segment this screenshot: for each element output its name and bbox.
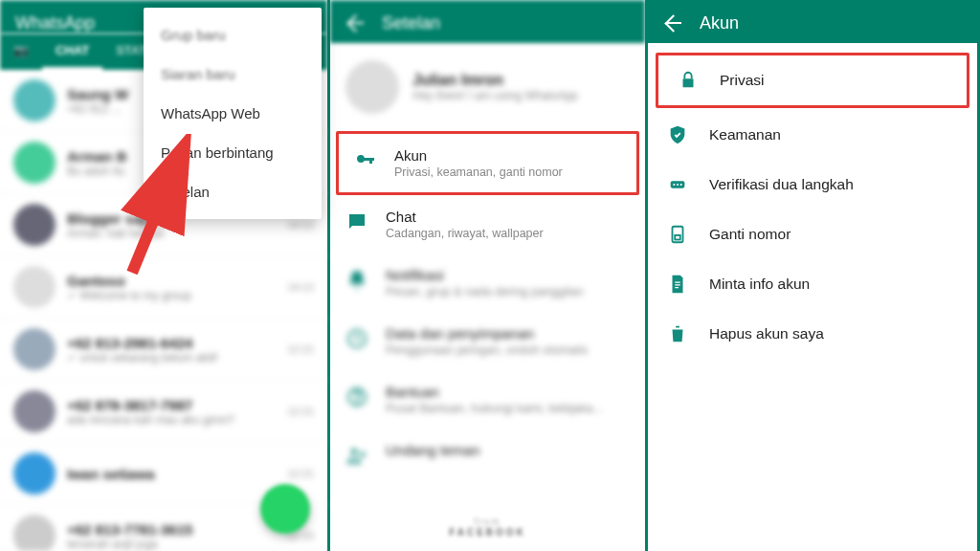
account-item-label: Privasi	[720, 72, 765, 89]
avatar	[13, 452, 56, 495]
settings-item-title: Undang teman	[386, 442, 479, 458]
overflow-menu: Grup baru Siaran baru WhatsApp Web Pesan…	[144, 8, 322, 219]
chat-name: +62 813-7781-3615	[67, 521, 276, 538]
settings-title: Setelan	[382, 13, 440, 33]
svg-point-3	[356, 401, 358, 403]
bell-icon	[345, 269, 368, 292]
avatar	[13, 142, 56, 184]
footer: from FACEBOOK	[330, 509, 645, 551]
profile-name: Julian Imron	[412, 72, 578, 89]
sim-icon	[667, 224, 688, 245]
tab-camera[interactable]: 📷	[0, 33, 42, 70]
chat-preview: Arman: hati hati ya	[67, 227, 276, 240]
account-screen: Akun Privasi Keamanan Verifikasi dua lan…	[648, 0, 980, 551]
data-icon	[345, 327, 368, 350]
account-item-hapus-akun-saya[interactable]: Hapus akun saya	[648, 309, 977, 359]
footer-facebook: FACEBOOK	[330, 527, 645, 538]
chat-row[interactable]: Gantoso ✓ Welcome to my group 14:12	[0, 256, 327, 319]
trash-icon	[667, 323, 688, 344]
svg-rect-11	[675, 235, 680, 240]
settings-item-akun[interactable]: Akun Privasi, keamanan, ganti nomor	[339, 134, 636, 192]
account-item-label: Hapus akun saya	[709, 325, 824, 342]
chat-screen: WhatsApp 📷 CHAT STATUS Saung W +62 812 .…	[0, 0, 330, 551]
settings-item-undang-teman[interactable]: Undang teman	[330, 429, 645, 480]
avatar	[13, 328, 56, 370]
chat-time: 12:21	[287, 343, 314, 355]
settings-item-title: Data dan penyimpanan	[386, 325, 588, 342]
settings-item-subtitle: Pusat Bantuan, hubungi kami, kebijaka...	[386, 402, 603, 415]
settings-item-notifikasi[interactable]: Notifikasi Pesan, grup & nada dering pan…	[330, 253, 645, 312]
chat-time: 12:21	[287, 406, 314, 417]
settings-item-subtitle: Privasi, keamanan, ganti nomor	[394, 165, 563, 179]
chat-name: Gantoso	[67, 273, 276, 289]
settings-item-title: Akun	[394, 147, 563, 164]
new-chat-fab[interactable]	[260, 484, 310, 534]
settings-item-subtitle: Penggunaan jaringan, unduh otomatis	[386, 343, 588, 357]
account-item-label: Verifikasi dua langkah	[709, 176, 854, 193]
avatar	[13, 515, 56, 551]
svg-point-9	[680, 184, 682, 186]
settings-item-data-dan-penyimpanan[interactable]: Data dan penyimpanan Penggunaan jaringan…	[330, 312, 645, 370]
key-icon	[354, 149, 377, 172]
account-item-privasi[interactable]: Privasi	[658, 55, 928, 105]
settings-item-title: Bantuan	[386, 384, 603, 400]
account-item-label: Minta info akun	[709, 276, 810, 293]
chat-icon	[345, 210, 368, 233]
chat-name: +62 813-2981-6424	[67, 335, 276, 351]
avatar	[13, 390, 56, 432]
profile-row[interactable]: Julian Imron Hey there! I am using Whats…	[330, 43, 645, 131]
account-list: Privasi Keamanan Verifikasi dua langkah …	[648, 43, 977, 359]
account-item-label: Keamanan	[709, 126, 781, 143]
lock-icon	[678, 70, 699, 91]
avatar	[13, 79, 56, 121]
footer-from: from	[330, 517, 645, 527]
settings-header: Setelan	[330, 0, 645, 43]
account-item-verifikasi-dua-langkah[interactable]: Verifikasi dua langkah	[648, 160, 977, 209]
settings-item-title: Notifikasi	[386, 267, 583, 283]
settings-item-subtitle: Pesan, grup & nada dering panggilan	[386, 285, 583, 298]
avatar	[13, 204, 56, 246]
invite-icon	[345, 444, 368, 467]
account-header: Akun	[648, 0, 977, 43]
account-item-minta-info-akun[interactable]: Minta info akun	[648, 259, 977, 309]
account-item-label: Ganti nomor	[709, 226, 791, 243]
account-item-keamanan[interactable]: Keamanan	[648, 110, 977, 160]
settings-item-subtitle: Cadangan, riwayat, wallpaper	[386, 227, 544, 240]
account-title: Akun	[700, 13, 739, 33]
back-icon[interactable]	[663, 14, 682, 33]
menu-pesan-berbintang[interactable]: Pesan berbintang	[144, 133, 322, 172]
help-icon	[345, 386, 368, 408]
profile-status: Hey there! I am using WhatsApp	[412, 89, 578, 102]
account-item-ganti-nomor[interactable]: Ganti nomor	[648, 209, 977, 259]
menu-grup-baru[interactable]: Grup baru	[144, 15, 322, 55]
chat-preview: terserah anjil juga	[67, 538, 276, 551]
settings-item-bantuan[interactable]: Bantuan Pusat Bantuan, hubungi kami, keb…	[330, 370, 645, 429]
settings-screen: Setelan Julian Imron Hey there! I am usi…	[330, 0, 648, 551]
chat-name: Iwan setiawa	[67, 466, 276, 482]
settings-item-chat[interactable]: Chat Cadangan, riwayat, wallpaper	[330, 195, 645, 253]
avatar	[345, 60, 399, 114]
chat-row[interactable]: +62 878-3817-7987 ada rencana kah mau ak…	[0, 381, 327, 443]
settings-list: Akun Privasi, keamanan, ganti nomor Chat…	[330, 131, 645, 509]
chat-row[interactable]: +62 813-2981-6424 ✓ untuk sekarang belum…	[0, 319, 327, 381]
chat-preview: ✓ untuk sekarang belum aktif	[67, 351, 276, 364]
chat-preview: ✓ Welcome to my group	[67, 289, 276, 302]
tab-chat[interactable]: CHAT	[42, 33, 102, 70]
svg-rect-5	[683, 78, 694, 87]
svg-point-8	[677, 184, 679, 186]
chat-preview: ada rencana kah mau aku gimn?	[67, 413, 276, 427]
chat-time: 14:12	[287, 281, 314, 293]
menu-siaran-baru[interactable]: Siaran baru	[144, 55, 322, 94]
svg-point-7	[673, 184, 675, 186]
chat-time: 12:21	[287, 468, 314, 479]
avatar	[13, 266, 56, 308]
chat-name: +62 878-3817-7987	[67, 397, 276, 413]
menu-setelan[interactable]: Setelan	[144, 172, 322, 211]
chat-time: 14:12	[287, 219, 314, 231]
svg-point-4	[351, 449, 357, 454]
settings-item-title: Chat	[386, 209, 544, 225]
dots-icon	[667, 174, 688, 195]
back-icon[interactable]	[345, 14, 365, 33]
menu-whatsapp-web[interactable]: WhatsApp Web	[144, 94, 322, 133]
app-title: WhatsApp	[15, 13, 95, 33]
